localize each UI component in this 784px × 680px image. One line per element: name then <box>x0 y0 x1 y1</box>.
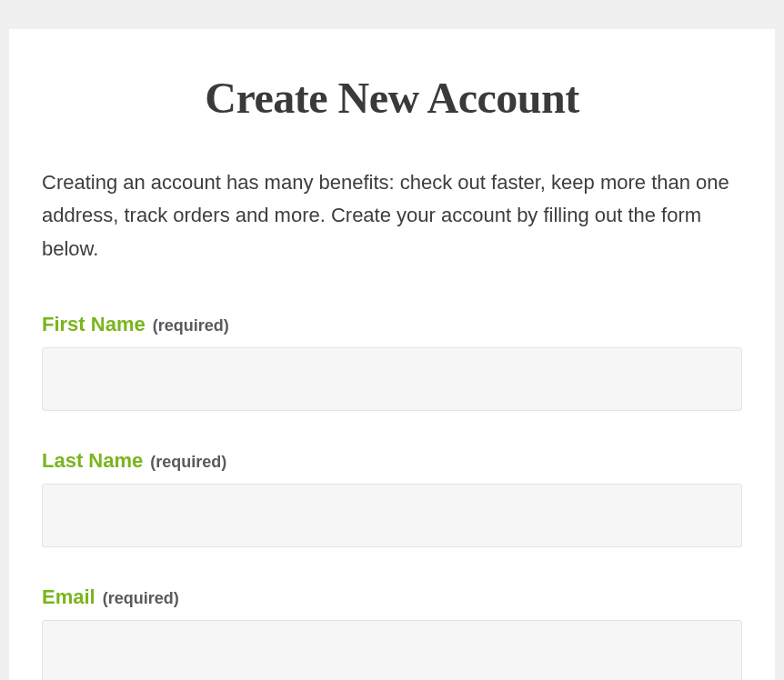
page-container: Create New Account Creating an account h… <box>0 0 784 680</box>
last-name-input[interactable] <box>42 484 742 547</box>
first-name-label-row: First Name (required) <box>42 313 742 336</box>
first-name-label: First Name <box>42 313 146 336</box>
last-name-label-row: Last Name (required) <box>42 449 742 473</box>
create-account-form-card: Create New Account Creating an account h… <box>9 29 775 680</box>
first-name-required: (required) <box>153 316 229 335</box>
email-required: (required) <box>103 589 179 608</box>
email-label: Email <box>42 585 95 609</box>
last-name-label: Last Name <box>42 449 143 473</box>
first-name-input[interactable] <box>42 347 742 411</box>
email-label-row: Email (required) <box>42 585 742 609</box>
page-title: Create New Account <box>42 73 742 123</box>
last-name-field: Last Name (required) <box>42 449 742 547</box>
first-name-field: First Name (required) <box>42 313 742 411</box>
email-field: Email (required) <box>42 585 742 680</box>
last-name-required: (required) <box>150 453 226 472</box>
email-input[interactable] <box>42 620 742 680</box>
intro-text: Creating an account has many benefits: c… <box>42 166 742 265</box>
